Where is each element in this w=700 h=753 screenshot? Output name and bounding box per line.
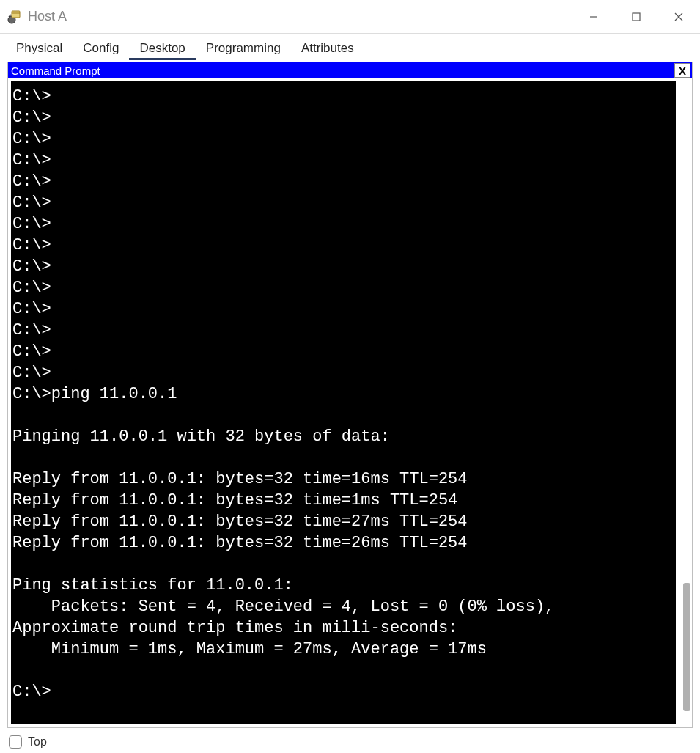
command-prompt-titlebar: Command Prompt X	[8, 62, 692, 78]
terminal-output[interactable]: C:\> C:\> C:\> C:\> C:\> C:\> C:\> C:\> …	[11, 81, 676, 724]
app-icon	[7, 10, 22, 24]
command-prompt-title: Command Prompt	[11, 65, 674, 77]
terminal-container: C:\> C:\> C:\> C:\> C:\> C:\> C:\> C:\> …	[8, 78, 692, 727]
command-prompt-close-button[interactable]: X	[674, 63, 690, 78]
minimize-button[interactable]	[572, 0, 615, 34]
terminal-scrollbar[interactable]	[680, 81, 690, 724]
tab-config[interactable]: Config	[73, 37, 129, 60]
titlebar: Host A	[0, 0, 700, 34]
bottom-bar: Top	[0, 731, 700, 753]
svg-rect-3	[633, 13, 640, 21]
tab-bar: Physical Config Desktop Programming Attr…	[0, 34, 700, 60]
app-window: Host A Physical Config Desktop Programmi…	[0, 0, 700, 753]
top-checkbox[interactable]	[9, 735, 22, 749]
svg-rect-1	[12, 11, 20, 18]
tab-desktop[interactable]: Desktop	[129, 37, 195, 60]
scrollbar-thumb[interactable]	[683, 583, 690, 711]
tab-physical[interactable]: Physical	[6, 37, 73, 60]
workspace: Command Prompt X C:\> C:\> C:\> C:\> C:\…	[7, 62, 693, 728]
maximize-button[interactable]	[615, 0, 657, 34]
tab-programming[interactable]: Programming	[196, 37, 291, 60]
close-button[interactable]	[657, 0, 700, 34]
top-checkbox-label: Top	[28, 735, 47, 749]
window-title: Host A	[28, 9, 67, 24]
tab-attributes[interactable]: Attributes	[291, 37, 364, 60]
